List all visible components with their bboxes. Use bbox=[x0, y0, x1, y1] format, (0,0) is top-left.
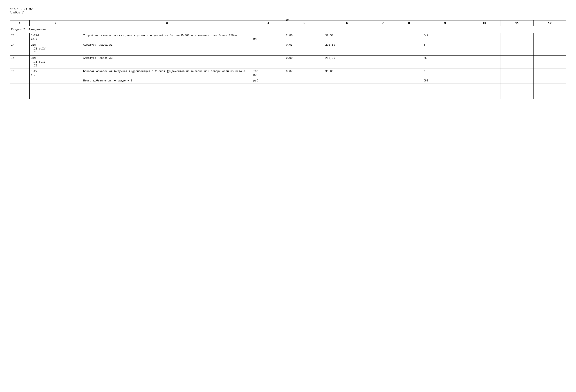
totals-col8 bbox=[396, 78, 422, 84]
row-col12-15 bbox=[533, 55, 566, 69]
row-col8-13 bbox=[396, 33, 422, 42]
section-title: Раздел 2. Фундаменты bbox=[10, 26, 566, 33]
section-header-row: Раздел 2. Фундаменты bbox=[10, 26, 566, 33]
row-price-16: 90,00 bbox=[324, 69, 370, 78]
totals-col12 bbox=[533, 78, 566, 84]
row-qty-13: 2,80 bbox=[285, 33, 324, 42]
row-desc-16: Боковая обмазочная битумная гидроизоляци… bbox=[82, 69, 252, 78]
col-header-4: 4 bbox=[252, 21, 285, 26]
row-col10-16 bbox=[468, 69, 501, 78]
row-result-14: 3 bbox=[422, 42, 468, 56]
row-ref-14: СЦМ ч.II р.IV п.I bbox=[29, 42, 82, 56]
table-row: I4 СЦМ ч.II р.IV п.I Арматура класса АI … bbox=[10, 42, 566, 56]
totals-label: Итого добавляется по разделу 2 bbox=[82, 78, 252, 84]
row-unit-15: т bbox=[252, 55, 285, 69]
row-col7-15 bbox=[370, 55, 396, 69]
totals-row: Итого добавляется по разделу 2 руб I8I bbox=[10, 78, 566, 84]
row-col11-16 bbox=[501, 69, 534, 78]
totals-unit: руб bbox=[252, 78, 285, 84]
page-header: 901-5 - 41.87 Альбом У - 31 - bbox=[10, 8, 566, 14]
row-col7-16 bbox=[370, 69, 396, 78]
main-table: 1 2 3 4 5 6 7 8 9 10 11 12 Раздел 2. Фун… bbox=[10, 20, 566, 99]
row-col12-16 bbox=[533, 69, 566, 78]
row-col10-13 bbox=[468, 33, 501, 42]
row-col8-15 bbox=[396, 55, 422, 69]
row-col11-14 bbox=[501, 42, 534, 56]
col-header-2: 2 bbox=[29, 21, 82, 26]
row-desc-13: Устройство стен и плоских днищ круглых с… bbox=[82, 33, 252, 42]
row-price-13: 52,50 bbox=[324, 33, 370, 42]
row-ref-16: 8-27 4-7 bbox=[29, 69, 82, 78]
row-desc-15: Арматура класса А3 bbox=[82, 55, 252, 69]
doc-number: 901-5 - 41.87 bbox=[10, 8, 566, 11]
row-result-13: I47 bbox=[422, 33, 468, 42]
totals-price bbox=[324, 78, 370, 84]
row-col7-13 bbox=[370, 33, 396, 42]
row-col12-14 bbox=[533, 42, 566, 56]
row-col10-14 bbox=[468, 42, 501, 56]
empty-row bbox=[10, 84, 566, 99]
row-col10-15 bbox=[468, 55, 501, 69]
row-unit-14: т bbox=[252, 42, 285, 56]
row-col12-13 bbox=[533, 33, 566, 42]
col-header-12: 12 bbox=[533, 21, 566, 26]
row-num-14: I4 bbox=[10, 42, 30, 56]
row-price-15: 283,00 bbox=[324, 55, 370, 69]
col-header-7: 7 bbox=[370, 21, 396, 26]
table-row: I5 СЦМ ч.II р.IV п.I8 Арматура класса А3… bbox=[10, 55, 566, 69]
table-row: I3 6-224 26-2 Устройство стен и плоских … bbox=[10, 33, 566, 42]
row-col7-14 bbox=[370, 42, 396, 56]
col-header-6: 6 bbox=[324, 21, 370, 26]
totals-result: I8I bbox=[422, 78, 468, 84]
totals-empty-2 bbox=[29, 78, 82, 84]
album: Альбом У bbox=[10, 11, 566, 14]
row-unit-13: М3 bbox=[252, 33, 285, 42]
totals-empty-1 bbox=[10, 78, 30, 84]
row-num-15: I5 bbox=[10, 55, 30, 69]
row-col8-14 bbox=[396, 42, 422, 56]
col-header-1: 1 bbox=[10, 21, 30, 26]
row-qty-16: 0,07 bbox=[285, 69, 324, 78]
totals-col10 bbox=[468, 78, 501, 84]
totals-col7 bbox=[370, 78, 396, 84]
row-desc-14: Арматура класса АI bbox=[82, 42, 252, 56]
row-qty-14: 0,0I bbox=[285, 42, 324, 56]
row-result-16: 6 bbox=[422, 69, 468, 78]
table-row: I6 8-27 4-7 Боковая обмазочная битумная … bbox=[10, 69, 566, 78]
row-ref-15: СЦМ ч.II р.IV п.I8 bbox=[29, 55, 82, 69]
col-header-9: 9 bbox=[422, 21, 468, 26]
row-col11-15 bbox=[501, 55, 534, 69]
page-title: - 31 - bbox=[282, 19, 294, 22]
totals-qty bbox=[285, 78, 324, 84]
row-ref-13: 6-224 26-2 bbox=[29, 33, 82, 42]
row-num-16: I6 bbox=[10, 69, 30, 78]
row-col8-16 bbox=[396, 69, 422, 78]
col-header-10: 10 bbox=[468, 21, 501, 26]
col-header-11: 11 bbox=[501, 21, 534, 26]
col-header-3: 3 bbox=[82, 21, 252, 26]
row-num-13: I3 bbox=[10, 33, 30, 42]
totals-col11 bbox=[501, 78, 534, 84]
row-result-15: 25 bbox=[422, 55, 468, 69]
row-qty-15: 0,09 bbox=[285, 55, 324, 69]
col-header-8: 8 bbox=[396, 21, 422, 26]
row-col11-13 bbox=[501, 33, 534, 42]
row-unit-16: I00 М2 bbox=[252, 69, 285, 78]
row-price-14: 270,00 bbox=[324, 42, 370, 56]
